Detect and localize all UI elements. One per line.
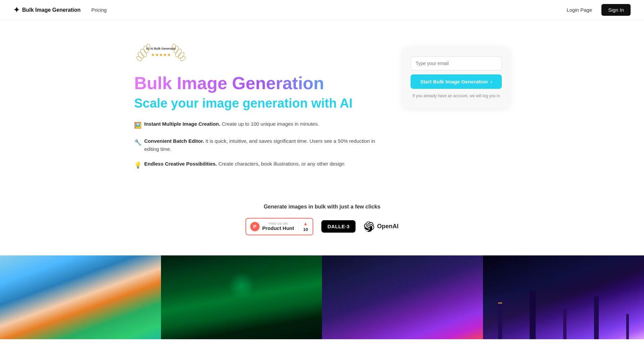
ph-name: Product Hunt: [262, 225, 294, 231]
logo-text: Bulk Image Generation: [22, 7, 80, 13]
gallery-image-4: [483, 255, 644, 339]
feature-1-icon: 🖼️: [134, 121, 142, 130]
hero-section: #1 AI Bulk Generator ★★★★★ Bulk Image Ge…: [121, 20, 523, 190]
svg-text:#1 AI Bulk Generator: #1 AI Bulk Generator: [146, 47, 176, 50]
hero-right: Start Bulk Image Generation › If you alr…: [402, 40, 510, 177]
gallery-image-1: [0, 255, 161, 339]
feature-1-desc: Create up to 100 unique images in minute…: [222, 121, 319, 127]
hero-title: Bulk Image Generation: [134, 74, 382, 93]
award-badge: #1 AI Bulk Generator ★★★★★: [134, 40, 188, 67]
ph-text: FIND US ON Product Hunt: [262, 222, 294, 231]
gallery-img-cats: [161, 255, 322, 339]
feature-2-text: Convenient Batch Editor. It is quick, in…: [144, 137, 382, 153]
feature-2-icon: 🔧: [134, 138, 142, 147]
ph-left: P FIND US ON Product Hunt: [246, 219, 299, 234]
gallery-image-2: [161, 255, 322, 339]
signin-button[interactable]: Sign In: [601, 4, 631, 16]
cta-button[interactable]: Start Bulk Image Generation ›: [411, 74, 502, 89]
feature-1: 🖼️ Instant Multiple Image Creation. Crea…: [134, 120, 382, 130]
feature-1-bold: Instant Multiple Image Creation.: [144, 121, 220, 127]
openai-label: OpenAI: [377, 223, 398, 230]
partner-logos: P FIND US ON Product Hunt ▲ 10 DALLE·3 O…: [13, 218, 631, 235]
feature-3-desc: Create characters, book illustrations, o…: [218, 161, 344, 167]
ph-logo-icon: P: [250, 222, 260, 231]
hero-subtitle: Scale your image generation with AI: [134, 96, 382, 111]
gallery-img-warrior: [322, 255, 483, 339]
email-input[interactable]: [411, 56, 502, 70]
hero-content: #1 AI Bulk Generator ★★★★★ Bulk Image Ge…: [134, 40, 382, 177]
nav-left: ✦ Bulk Image Generation Pricing: [13, 6, 107, 14]
ph-upvote-icon: ▲: [303, 221, 308, 226]
image-gallery: [0, 255, 644, 339]
feature-3-text: Endless Creative Possibilities. Create c…: [144, 160, 344, 168]
gallery-img-beach: [0, 255, 161, 339]
feature-2-bold: Convenient Batch Editor.: [144, 138, 204, 144]
email-card: Start Bulk Image Generation › If you alr…: [402, 47, 510, 108]
dalle-label: DALLE·3: [327, 224, 350, 229]
ph-count: 10: [303, 227, 308, 232]
svg-text:★★★★★: ★★★★★: [151, 52, 171, 57]
nav-right: Login Page Sign In: [561, 4, 631, 16]
openai-icon: [364, 221, 374, 232]
tagline-text: Generate images in bulk with just a few …: [13, 204, 631, 210]
login-button[interactable]: Login Page: [561, 4, 597, 15]
pricing-link[interactable]: Pricing: [91, 7, 107, 13]
feature-3: 💡 Endless Creative Possibilities. Create…: [134, 160, 382, 170]
product-hunt-badge[interactable]: P FIND US ON Product Hunt ▲ 10: [246, 218, 313, 235]
hero-subtitle-main: Scale your image generation with: [134, 96, 337, 110]
hero-ai-word: AI: [340, 96, 353, 110]
ph-right: ▲ 10: [299, 218, 313, 235]
feature-1-text: Instant Multiple Image Creation. Create …: [144, 120, 319, 128]
cta-arrow-icon: ›: [490, 79, 492, 84]
gallery-image-3: [322, 255, 483, 339]
feature-2: 🔧 Convenient Batch Editor. It is quick, …: [134, 137, 382, 153]
logo-link[interactable]: ✦ Bulk Image Generation: [13, 6, 80, 14]
ph-find-us: FIND US ON: [262, 222, 294, 225]
section-tagline: Generate images in bulk with just a few …: [0, 190, 644, 255]
dalle-badge: DALLE·3: [321, 220, 356, 233]
feature-3-icon: 💡: [134, 161, 142, 170]
logo-icon: ✦: [13, 6, 19, 14]
gallery-img-city: [483, 255, 644, 339]
navbar: ✦ Bulk Image Generation Pricing Login Pa…: [0, 0, 644, 20]
feature-3-bold: Endless Creative Possibilities.: [144, 161, 217, 167]
openai-badge: OpenAI: [364, 221, 398, 232]
email-note: If you already have an account, we will …: [411, 93, 502, 99]
cta-label: Start Bulk Image Generation: [420, 79, 488, 84]
